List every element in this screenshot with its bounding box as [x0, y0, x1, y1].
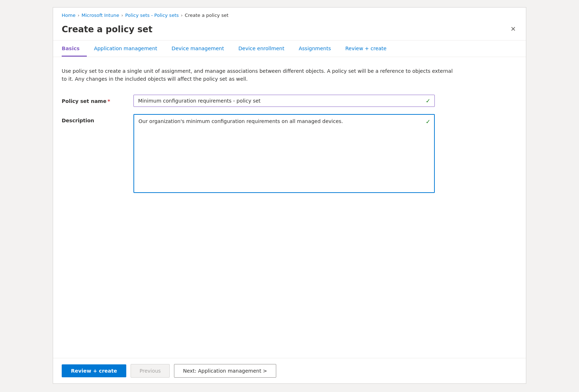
policy-set-name-input[interactable]: [133, 95, 435, 107]
description-check-icon: ✓: [426, 118, 430, 125]
page-title: Create a policy set: [62, 24, 152, 34]
create-policy-set-panel: Home › Microsoft Intune › Policy sets - …: [53, 7, 526, 384]
previous-button: Previous: [131, 364, 170, 378]
review-create-button[interactable]: Review + create: [62, 364, 126, 377]
description-text: Use policy set to create a single unit o…: [62, 67, 456, 83]
tab-assignments[interactable]: Assignments: [292, 41, 338, 57]
footer: Review + create Previous Next: Applicati…: [53, 358, 526, 383]
tab-review-create[interactable]: Review + create: [338, 41, 394, 57]
tab-device-management[interactable]: Device management: [164, 41, 231, 57]
next-button[interactable]: Next: Application management >: [174, 364, 276, 378]
breadcrumb-sep-2: ›: [121, 13, 123, 18]
description-label: Description: [62, 114, 133, 123]
main-content: Use policy set to create a single unit o…: [53, 57, 526, 358]
policy-set-name-check-icon: ✓: [426, 97, 430, 104]
breadcrumb-home[interactable]: Home: [62, 13, 75, 18]
required-indicator: *: [108, 98, 110, 104]
breadcrumb-sep-1: ›: [77, 13, 79, 18]
description-input[interactable]: [133, 114, 435, 193]
close-button[interactable]: ✕: [509, 24, 517, 34]
panel-header: Create a policy set ✕: [53, 22, 526, 41]
breadcrumb-intune[interactable]: Microsoft Intune: [81, 13, 119, 18]
tab-application-management[interactable]: Application management: [87, 41, 164, 57]
breadcrumb-sep-3: ›: [181, 13, 183, 18]
description-input-wrap: ✓: [133, 114, 435, 194]
tab-device-enrollment[interactable]: Device enrollment: [231, 41, 291, 57]
breadcrumb-current: Create a policy set: [185, 13, 229, 18]
policy-set-name-input-wrap: ✓: [133, 95, 435, 107]
breadcrumb: Home › Microsoft Intune › Policy sets - …: [53, 8, 526, 22]
policy-set-name-row: Policy set name* ✓: [62, 95, 517, 107]
tab-nav: Basics Application management Device man…: [53, 41, 526, 57]
tab-basics[interactable]: Basics: [62, 41, 87, 57]
description-row: Description ✓: [62, 114, 517, 194]
breadcrumb-policy-sets[interactable]: Policy sets - Policy sets: [125, 13, 179, 18]
policy-set-name-label: Policy set name*: [62, 95, 133, 104]
